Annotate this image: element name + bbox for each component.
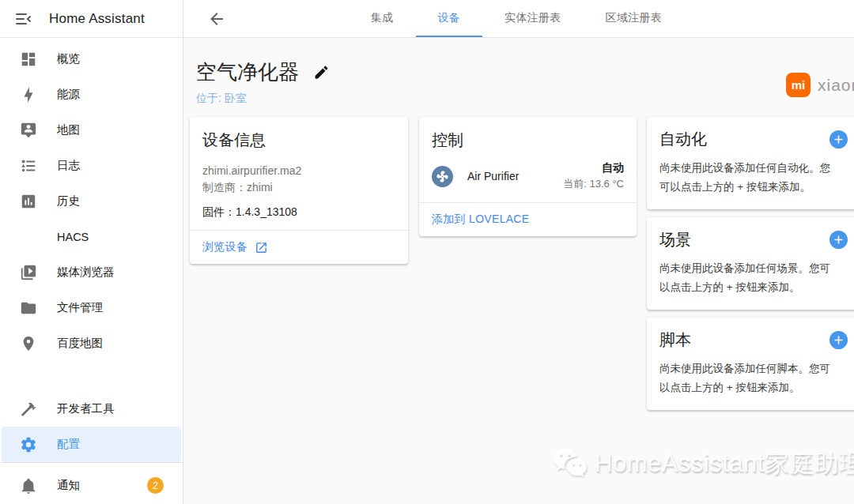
sidebar-item-label: HACS <box>57 231 89 243</box>
sidebar-item-developer-tools[interactable]: 开发者工具 <box>2 391 181 427</box>
add-scene-button[interactable] <box>829 231 848 249</box>
list-bulleted-icon <box>19 156 38 175</box>
card-title: 自动化 <box>659 129 707 150</box>
brand-name: xiaomi <box>818 76 854 95</box>
browse-device-button[interactable]: 浏览设备 <box>202 240 268 254</box>
sidebar-item-label: 通知 <box>57 478 80 493</box>
bell-icon <box>19 476 38 495</box>
folder-icon <box>19 299 38 318</box>
plus-icon <box>833 334 845 346</box>
tab-area-registry[interactable]: 区域注册表 <box>584 0 685 37</box>
app-title: Home Assistant <box>49 11 145 27</box>
sidebar-item-hacs[interactable]: HACS <box>2 219 181 254</box>
add-script-button[interactable] <box>829 331 848 349</box>
device-manufacturer: 制造商：zhimi <box>202 179 395 196</box>
automation-empty-text: 尚未使用此设备添加任何自动化。您可以点击上方的 + 按钮来添加。 <box>659 159 840 196</box>
sidebar-header: Home Assistant <box>0 0 183 38</box>
sidebar-item-media-browser[interactable]: 媒体浏览器 <box>2 254 181 290</box>
sidebar-item-label: 开发者工具 <box>57 401 115 416</box>
air-purifier-icon <box>432 166 453 187</box>
view-dashboard-icon <box>19 50 38 69</box>
wechat-icon <box>550 446 591 482</box>
card-title: 脚本 <box>659 329 691 351</box>
gear-icon <box>19 435 38 454</box>
sidebar-spacer <box>0 361 183 391</box>
sidebar-nav: 概览 能源 地图 日志 历史 HACS 媒体浏览器 文件管理 <box>0 38 183 462</box>
hammer-icon <box>19 400 38 419</box>
page-title: 空气净化器 <box>196 58 299 86</box>
entity-current-temp: 当前: 13.6 °C <box>563 177 624 191</box>
device-area-link[interactable]: 位于: 卧室 <box>196 92 330 106</box>
sidebar-item-label: 媒体浏览器 <box>57 265 115 280</box>
open-in-new-icon <box>255 241 268 254</box>
plus-icon <box>833 234 845 246</box>
sidebar-item-label: 配置 <box>57 437 80 452</box>
sidebar-item-history[interactable]: 历史 <box>2 183 181 219</box>
back-arrow-icon[interactable] <box>207 9 226 28</box>
top-bar: 集成 设备 实体注册表 区域注册表 <box>183 0 854 38</box>
sidebar: Home Assistant 概览 能源 地图 日志 历史 HACS 媒体浏 <box>0 0 183 504</box>
scene-empty-text: 尚未使用此设备添加任何场景。您可以点击上方的 + 按钮来添加。 <box>659 259 840 296</box>
tab-devices[interactable]: 设备 <box>416 0 483 37</box>
sidebar-item-label: 百度地图 <box>57 336 103 351</box>
chart-box-icon <box>19 192 38 211</box>
device-firmware: 固件：1.4.3_13108 <box>202 204 395 220</box>
device-info-card: 设备信息 zhimi.airpurifier.ma2 制造商：zhimi 固件：… <box>190 117 408 264</box>
brand-logo: mi xiaomi <box>786 73 854 97</box>
sidebar-footer: 通知 2 <box>0 462 183 504</box>
sidebar-item-baidu-map[interactable]: 百度地图 <box>2 325 181 361</box>
plus-icon <box>833 134 845 145</box>
tab-bar: 集成 设备 实体注册表 区域注册表 <box>349 0 731 37</box>
card-title: 场景 <box>659 229 691 250</box>
main-content: 空气净化器 位于: 卧室 mi xiaomi 设备信息 zhimi.airpur… <box>183 38 854 504</box>
pencil-icon[interactable] <box>313 64 330 81</box>
sidebar-item-label: 历史 <box>57 194 80 209</box>
add-to-lovelace-button[interactable]: 添加到 LOVELACE <box>432 213 529 227</box>
automation-card: 自动化 尚未使用此设备添加任何自动化。您可以点击上方的 + 按钮来添加。 <box>647 117 854 209</box>
scene-card: 场景 尚未使用此设备添加任何场景。您可以点击上方的 + 按钮来添加。 <box>647 217 854 310</box>
add-to-lovelace-label: 添加到 LOVELACE <box>432 213 529 227</box>
sidebar-item-overview[interactable]: 概览 <box>2 41 181 77</box>
entity-row[interactable]: Air Purifier 自动 当前: 13.6 °C <box>432 161 624 191</box>
notification-badge: 2 <box>147 477 164 494</box>
sidebar-item-logbook[interactable]: 日志 <box>2 148 181 183</box>
script-card: 脚本 尚未使用此设备添加任何脚本。您可以点击上方的 + 按钮来添加。 <box>647 318 854 410</box>
page-header: 空气净化器 位于: 卧室 <box>196 58 330 106</box>
xiaomi-logo-icon: mi <box>786 73 811 97</box>
no-icon <box>19 228 38 246</box>
map-marker-icon <box>19 334 38 353</box>
sidebar-item-label: 文件管理 <box>57 300 103 315</box>
device-model: zhimi.airpurifier.ma2 <box>202 163 395 179</box>
sidebar-item-label: 能源 <box>57 87 80 102</box>
sidebar-item-label: 地图 <box>57 122 80 137</box>
sidebar-item-label: 概览 <box>57 51 80 66</box>
lightning-bolt-icon <box>19 85 38 104</box>
sidebar-item-configuration[interactable]: 配置 <box>2 427 181 462</box>
watermark: HomeAssistant家庭助理 <box>550 446 854 482</box>
play-box-multiple-icon <box>19 263 38 282</box>
entity-state-value: 自动 <box>563 161 624 175</box>
tooltip-account-icon <box>19 121 38 140</box>
entity-state: 自动 当前: 13.6 °C <box>563 161 624 191</box>
tab-entity-registry[interactable]: 实体注册表 <box>482 0 584 37</box>
control-card: 控制 Air Purifier 自动 当前: 13.6 °C 添加到 LOVEL… <box>419 117 637 236</box>
card-title: 设备信息 <box>202 130 395 151</box>
card-title: 控制 <box>432 130 624 151</box>
browse-device-label: 浏览设备 <box>202 240 248 254</box>
sidebar-item-label: 日志 <box>57 158 80 173</box>
sidebar-item-notifications[interactable]: 通知 2 <box>2 468 181 503</box>
watermark-text: HomeAssistant家庭助理 <box>595 447 854 480</box>
sidebar-item-map[interactable]: 地图 <box>2 112 181 148</box>
script-empty-text: 尚未使用此设备添加任何脚本。您可以点击上方的 + 按钮来添加。 <box>659 359 840 397</box>
sidebar-item-energy[interactable]: 能源 <box>2 77 181 112</box>
tab-integrations[interactable]: 集成 <box>349 0 416 37</box>
add-automation-button[interactable] <box>829 130 848 149</box>
sidebar-item-file-manager[interactable]: 文件管理 <box>2 290 181 325</box>
sidebar-toggle-icon[interactable] <box>14 9 33 28</box>
entity-name: Air Purifier <box>467 170 519 182</box>
